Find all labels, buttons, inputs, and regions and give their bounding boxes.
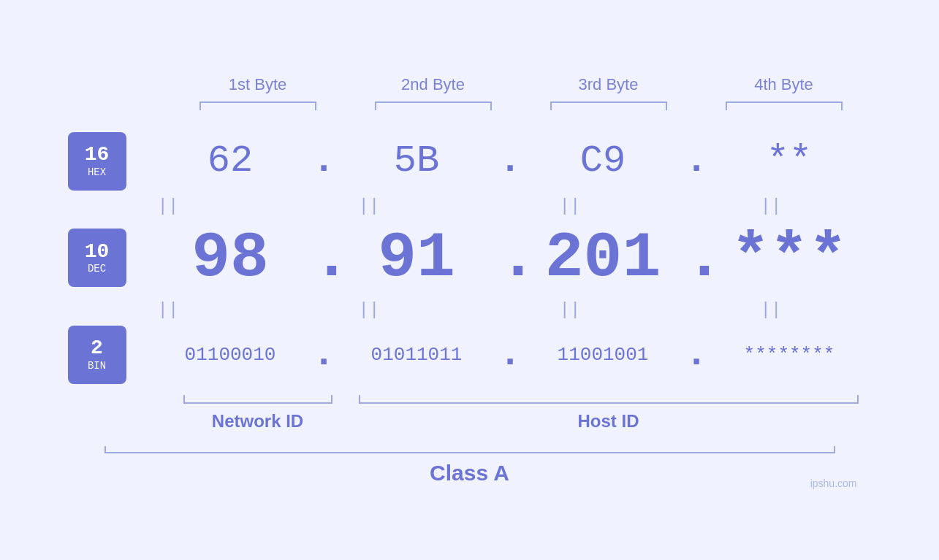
hex-values: 62 . 5B . C9 . **: [148, 139, 872, 183]
eq1-b3: ||: [470, 196, 671, 216]
eq1-b2: ||: [269, 196, 470, 216]
dec-dot2: .: [499, 222, 521, 294]
bottom-section: Network ID Host ID: [170, 395, 872, 431]
dec-dot3: .: [685, 222, 707, 294]
host-id-bracket: Host ID: [346, 395, 872, 431]
equals-row-1: || || || ||: [68, 196, 872, 216]
eq2-b4: ||: [671, 300, 872, 320]
bin-num: 2: [91, 337, 103, 360]
equals-row-2: || || || ||: [68, 300, 872, 320]
bottom-brackets: Network ID Host ID: [170, 395, 872, 431]
bracket-cell-1: [170, 101, 346, 110]
bin-b2: 01011011: [335, 344, 499, 366]
dec-num: 10: [85, 241, 110, 264]
main-container: 1st Byte 2nd Byte 3rd Byte 4th Byte 16 H…: [68, 61, 872, 500]
bracket-line-2: [375, 101, 492, 110]
byte4-header: 4th Byte: [696, 75, 872, 94]
eq2-b2: ||: [269, 300, 470, 320]
hex-dot1: .: [313, 139, 335, 183]
bin-b3: 11001001: [521, 344, 685, 366]
bin-b4: ********: [707, 344, 872, 366]
byte3-header: 3rd Byte: [521, 75, 696, 94]
byte-headers: 1st Byte 2nd Byte 3rd Byte 4th Byte: [170, 75, 872, 94]
class-row: Class A: [68, 446, 872, 486]
byte1-header: 1st Byte: [170, 75, 346, 94]
dec-values: 98 . 91 . 201 . ***: [148, 222, 872, 294]
dec-b1: 98: [148, 222, 313, 294]
host-id-label: Host ID: [578, 411, 639, 431]
hex-row: 16 HEX 62 . 5B . C9 . **: [68, 132, 872, 191]
dec-b2: 91: [335, 222, 499, 294]
dec-dot1: .: [313, 222, 335, 294]
network-id-label: Network ID: [212, 411, 303, 431]
hex-dot3: .: [685, 139, 707, 183]
eq1-b1: ||: [68, 196, 269, 216]
dec-label: DEC: [88, 263, 106, 275]
watermark: ipshu.com: [810, 477, 857, 489]
class-label: Class A: [430, 461, 509, 486]
bracket-line-3: [550, 101, 667, 110]
bin-values: 01100010 . 01011011 . 11001001 . *******…: [148, 333, 872, 376]
eq2-b1: ||: [68, 300, 269, 320]
bracket-line-4: [726, 101, 843, 110]
bin-row: 2 BIN 01100010 . 01011011 . 11001001 . *…: [68, 326, 872, 384]
bracket-cell-2: [346, 101, 521, 110]
dec-row: 10 DEC 98 . 91 . 201 . ***: [68, 222, 872, 294]
byte2-header: 2nd Byte: [346, 75, 521, 94]
bin-b1: 01100010: [148, 344, 313, 366]
hex-b3: C9: [521, 139, 685, 183]
bracket-cell-3: [521, 101, 696, 110]
hex-b4: **: [707, 139, 872, 183]
bin-dot1: .: [313, 333, 335, 376]
dec-b3: 201: [521, 222, 685, 294]
hex-b1: 62: [148, 139, 313, 183]
bin-dot2: .: [499, 333, 521, 376]
hex-dot2: .: [499, 139, 521, 183]
network-id-line: [183, 395, 332, 404]
bin-badge: 2 BIN: [68, 326, 126, 384]
network-id-bracket: Network ID: [170, 395, 346, 431]
hex-num: 16: [85, 144, 110, 166]
hex-label: HEX: [88, 166, 106, 178]
dec-badge: 10 DEC: [68, 229, 126, 287]
top-brackets: [170, 101, 872, 110]
bracket-line-1: [199, 101, 316, 110]
hex-b2: 5B: [335, 139, 499, 183]
bracket-cell-4: [696, 101, 872, 110]
eq2-b3: ||: [470, 300, 671, 320]
class-bracket-line: [104, 446, 835, 453]
host-id-line: [359, 395, 859, 404]
bin-label: BIN: [88, 360, 106, 372]
hex-badge: 16 HEX: [68, 132, 126, 191]
dec-b4: ***: [707, 222, 872, 294]
bin-dot3: .: [685, 333, 707, 376]
eq1-b4: ||: [671, 196, 872, 216]
